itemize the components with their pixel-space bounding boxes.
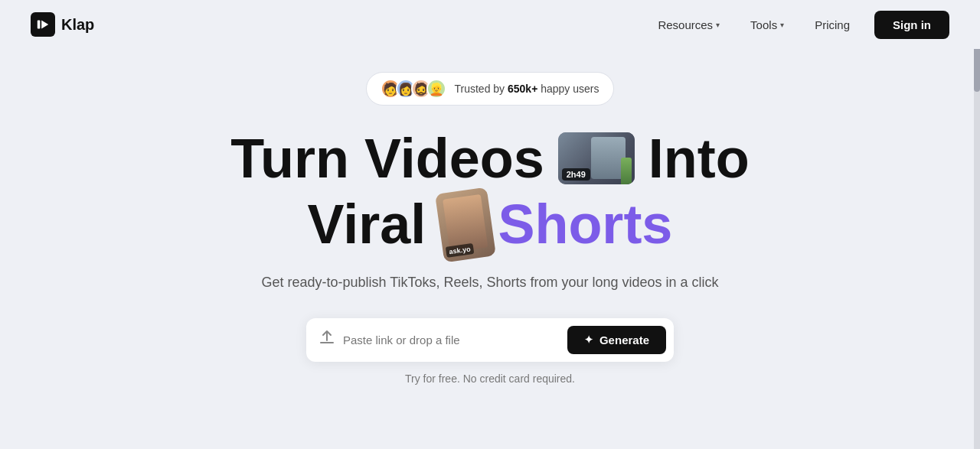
chevron-down-icon: ▾: [716, 21, 720, 29]
scrollbar[interactable]: [974, 0, 980, 449]
link-input[interactable]: [343, 333, 560, 347]
nav-tools[interactable]: Tools ▾: [738, 12, 796, 37]
headline: Turn Videos 2h49 Into Viral: [230, 127, 749, 259]
headline-line1: Turn Videos 2h49 Into: [230, 127, 749, 190]
hero-subtitle: Get ready-to-publish TikToks, Reels, Sho…: [261, 275, 718, 291]
hero-section: 🧑 👩 🧔 👱 Trusted by 650k+ happy users Tur…: [0, 49, 980, 385]
headline-line2: Viral ask.yo Shorts: [230, 190, 749, 259]
try-free-text: Try for free. No credit card required.: [405, 373, 575, 385]
nav-pricing[interactable]: Pricing: [802, 12, 862, 37]
video-thumbnail-2: ask.yo: [435, 187, 496, 263]
svg-rect-2: [320, 342, 334, 343]
generate-icon: ✦: [584, 333, 593, 346]
video-thumbnail-1: 2h49: [558, 132, 635, 184]
nav-links: Resources ▾ Tools ▾ Pricing Sign in: [645, 11, 949, 39]
signin-button[interactable]: Sign in: [874, 11, 949, 39]
logo-text: Klap: [61, 16, 94, 34]
trust-avatars: 🧑 👩 🧔 👱: [381, 79, 446, 99]
input-bar: ✦ Generate: [306, 318, 674, 362]
svg-marker-1: [41, 21, 48, 29]
video-badge-1: 2h49: [562, 168, 590, 181]
nav-resources[interactable]: Resources ▾: [645, 12, 732, 37]
chevron-down-icon: ▾: [780, 21, 784, 29]
svg-rect-0: [38, 21, 41, 29]
trust-badge: 🧑 👩 🧔 👱 Trusted by 650k+ happy users: [366, 72, 613, 106]
trust-text: Trusted by 650k+ happy users: [454, 83, 599, 95]
upload-icon: [318, 330, 335, 350]
logo-icon: [31, 12, 55, 37]
shorts-highlight: Shorts: [498, 193, 672, 256]
generate-button[interactable]: ✦ Generate: [567, 326, 666, 354]
logo[interactable]: Klap: [31, 12, 94, 37]
avatar-4: 👱: [426, 79, 446, 99]
navbar: Klap Resources ▾ Tools ▾ Pricing Sign in: [0, 0, 980, 49]
